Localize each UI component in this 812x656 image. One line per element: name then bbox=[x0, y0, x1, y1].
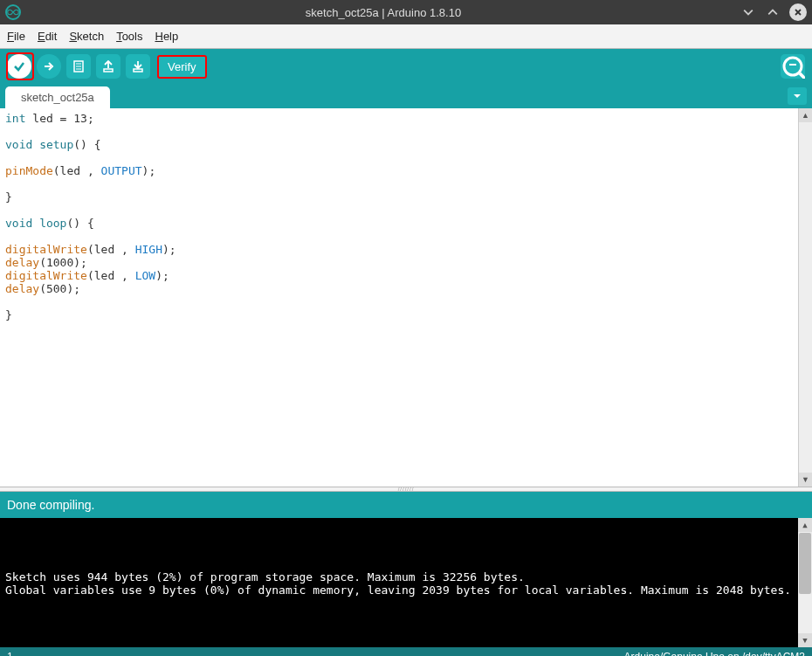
scroll-down-icon[interactable]: ▼ bbox=[798, 633, 812, 647]
new-sketch-button[interactable] bbox=[66, 54, 91, 79]
code-token: ); bbox=[155, 269, 169, 282]
code-token: setup bbox=[39, 138, 73, 151]
code-token: () { bbox=[73, 138, 100, 151]
code-token: HIGH bbox=[135, 243, 162, 256]
scroll-track[interactable] bbox=[798, 595, 812, 633]
code-token: digitalWrite bbox=[5, 243, 87, 256]
code-token: loop bbox=[39, 217, 66, 230]
verify-button[interactable] bbox=[7, 54, 31, 79]
toolbar-hint: Verify bbox=[157, 55, 207, 79]
svg-rect-5 bbox=[134, 69, 142, 72]
scroll-thumb[interactable] bbox=[799, 533, 811, 594]
footer-bar: 1 Arduino/Genuino Uno on /dev/ttyACM3 bbox=[0, 647, 812, 656]
code-token: OUTPUT bbox=[101, 164, 142, 177]
code-token: } bbox=[5, 308, 12, 321]
code-editor[interactable]: int led = 13; void setup() { pinMode(led… bbox=[0, 108, 798, 487]
window-titlebar: sketch_oct25a | Arduino 1.8.10 bbox=[0, 0, 812, 24]
code-token: () { bbox=[66, 217, 93, 230]
editor-scrollbar[interactable]: ▲ ▼ bbox=[798, 108, 812, 487]
code-token: void bbox=[5, 138, 32, 151]
code-token: digitalWrite bbox=[5, 269, 87, 282]
svg-line-7 bbox=[800, 73, 805, 79]
window-title: sketch_oct25a | Arduino 1.8.10 bbox=[26, 6, 740, 19]
toolbar: Verify bbox=[0, 49, 812, 84]
console-line: Global variables use 9 bytes (0%) of dyn… bbox=[5, 583, 791, 597]
code-token: pinMode bbox=[5, 164, 53, 177]
line-number: 1 bbox=[7, 651, 13, 656]
code-token: (led , bbox=[87, 243, 135, 256]
menu-edit[interactable]: Edit bbox=[38, 30, 57, 43]
code-token: (led , bbox=[53, 164, 101, 177]
menu-sketch[interactable]: Sketch bbox=[69, 30, 104, 43]
code-token bbox=[32, 217, 39, 230]
code-token bbox=[32, 138, 39, 151]
arduino-logo-icon bbox=[5, 4, 21, 20]
scroll-up-icon[interactable]: ▲ bbox=[798, 518, 812, 532]
code-token: ); bbox=[162, 243, 176, 256]
code-token: LOW bbox=[135, 269, 155, 282]
tab-dropdown-button[interactable] bbox=[788, 87, 807, 105]
menubar: File Edit Sketch Tools Help bbox=[0, 24, 812, 49]
svg-rect-4 bbox=[104, 69, 113, 72]
console-output[interactable]: Sketch uses 944 bytes (2%) of program st… bbox=[0, 518, 798, 647]
menu-tools[interactable]: Tools bbox=[116, 30, 142, 43]
code-token: (500); bbox=[39, 282, 80, 295]
open-sketch-button[interactable] bbox=[96, 54, 120, 79]
code-token: delay bbox=[5, 256, 39, 269]
code-token: ); bbox=[142, 164, 156, 177]
tabbar: sketch_oct25a bbox=[0, 84, 812, 108]
code-token: } bbox=[5, 190, 12, 204]
code-token: void bbox=[5, 217, 32, 230]
upload-button[interactable] bbox=[37, 54, 61, 79]
scroll-track[interactable] bbox=[799, 122, 812, 473]
status-bar: Done compiling. bbox=[0, 492, 812, 518]
save-sketch-button[interactable] bbox=[126, 54, 150, 79]
board-port: Arduino/Genuino Uno on /dev/ttyACM3 bbox=[624, 651, 805, 656]
svg-point-6 bbox=[784, 58, 802, 75]
code-token: delay bbox=[5, 282, 39, 295]
maximize-icon[interactable] bbox=[765, 4, 781, 20]
scroll-up-icon[interactable]: ▲ bbox=[799, 108, 812, 122]
console-area: Sketch uses 944 bytes (2%) of program st… bbox=[0, 518, 812, 647]
editor-area: int led = 13; void setup() { pinMode(led… bbox=[0, 108, 812, 487]
menu-file[interactable]: File bbox=[7, 30, 25, 43]
close-icon[interactable] bbox=[789, 3, 807, 21]
status-message: Done compiling. bbox=[7, 498, 94, 512]
menu-help[interactable]: Help bbox=[155, 30, 178, 43]
console-scrollbar[interactable]: ▲ ▼ bbox=[798, 518, 812, 647]
console-line: Sketch uses 944 bytes (2%) of program st… bbox=[5, 570, 525, 583]
code-token: (led , bbox=[87, 269, 135, 282]
code-token: (1000); bbox=[39, 256, 87, 269]
code-token: int bbox=[5, 112, 25, 125]
minimize-icon[interactable] bbox=[740, 4, 756, 20]
code-token: led = 13; bbox=[25, 112, 93, 125]
serial-monitor-button[interactable] bbox=[781, 54, 805, 79]
scroll-down-icon[interactable]: ▼ bbox=[799, 473, 812, 487]
tab-sketch[interactable]: sketch_oct25a bbox=[5, 86, 110, 108]
